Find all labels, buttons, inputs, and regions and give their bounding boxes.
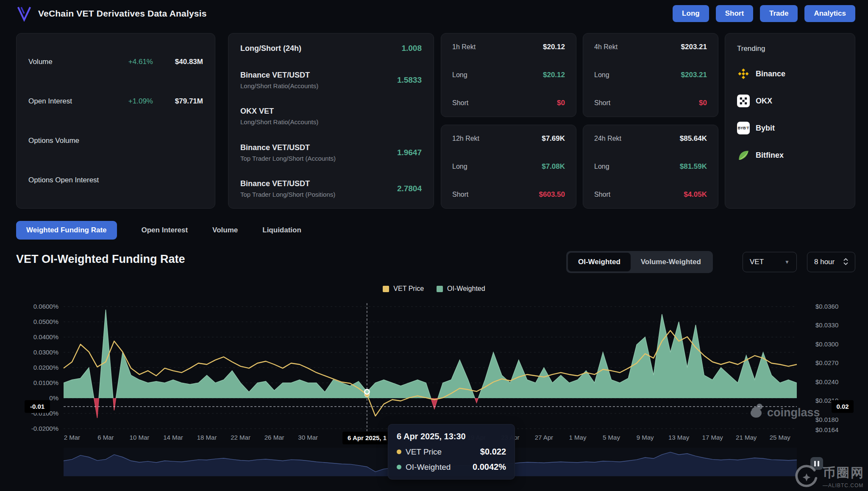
tooltip-row-funding: OI-Weighted 0.0042%	[397, 462, 506, 472]
site-watermark-text: 币圈网	[823, 464, 865, 482]
binance-top-trader-accounts-row: Binance VET/USDT Top Trader Long/Short (…	[240, 143, 422, 162]
legend-oi-weighted[interactable]: OI-Weighted	[437, 285, 485, 293]
chart-legend: VET Price OI-Weighted	[0, 285, 868, 293]
rekt-12h-card: 12h Rekt$7.69K Long$7.08K Short$603.50	[441, 125, 576, 209]
section-title: VET OI-Weighted Funding Rate	[16, 253, 185, 266]
volume-row: Volume +4.61% $40.83M	[28, 58, 203, 66]
long-button[interactable]: Long	[673, 5, 709, 22]
open-interest-value: $79.71M	[153, 97, 203, 106]
svg-text:$0.0240: $0.0240	[815, 378, 838, 385]
rekt-24h-card: 24h Rekt$85.64K Long$81.59K Short$4.05K	[583, 125, 718, 209]
vet-price-swatch	[383, 286, 389, 292]
svg-text:6 Mar: 6 Mar	[97, 434, 114, 441]
svg-text:0.0300%: 0.0300%	[33, 349, 58, 356]
rekt-4h-card: 4h Rekt$203.21 Long$203.21 Short$0	[583, 33, 718, 117]
volume-change: +4.61%	[108, 58, 153, 66]
okx-icon	[737, 95, 750, 107]
svg-text:25 May: 25 May	[770, 434, 791, 441]
svg-text:26 Mar: 26 Mar	[264, 434, 284, 441]
pair-select[interactable]: VET ▼	[743, 252, 797, 272]
svg-text:9 May: 9 May	[637, 434, 654, 441]
vechain-logo-icon	[16, 6, 32, 22]
legend-vet-price[interactable]: VET Price	[383, 285, 424, 293]
trending-item-bybit[interactable]: BYB'T Bybit	[737, 122, 843, 134]
bitfinex-icon	[737, 149, 750, 162]
oi-weighted-dot-icon	[397, 465, 401, 469]
ls-24h-label: Long/Short (24h)	[240, 44, 301, 53]
svg-text:$0.0330: $0.0330	[815, 321, 838, 329]
market-overview-card: Volume +4.61% $40.83M Open Interest +1.0…	[16, 33, 215, 209]
chart-tooltip: 6 Apr 2025, 13:30 VET Price $0.022 OI-We…	[388, 424, 515, 480]
svg-text:0.0200%: 0.0200%	[33, 364, 58, 371]
tab-weighted-funding-rate[interactable]: Weighted Funding Rate	[16, 221, 117, 240]
volume-value: $40.83M	[153, 58, 203, 66]
tooltip-row-price: VET Price $0.022	[397, 447, 506, 457]
rekt-1h-card: 1h Rekt$20.12 Long$20.12 Short$0	[441, 33, 576, 117]
oi-weighted-swatch	[437, 286, 443, 292]
svg-text:0.0500%: 0.0500%	[33, 318, 58, 325]
binance-ls-accounts-row: Binance VET/USDT Long/Short Ratio(Accoun…	[240, 71, 422, 89]
svg-text:0.0400%: 0.0400%	[33, 333, 58, 340]
trending-card: Trending Binance OKX BYB'T	[725, 33, 855, 209]
volume-label: Volume	[28, 58, 108, 66]
trending-item-binance[interactable]: Binance	[737, 67, 843, 80]
chevron-down-icon: ▼	[785, 259, 790, 265]
svg-text:6 Apr 2025, 1: 6 Apr 2025, 1	[348, 434, 387, 441]
open-interest-row: Open Interest +1.09% $79.71M	[28, 97, 203, 106]
binance-top-trader-positions-row: Binance VET/USDT Top Trader Long/Short (…	[240, 179, 422, 198]
svg-text:5 May: 5 May	[603, 434, 620, 441]
trending-item-bitfinex[interactable]: Bitfinex	[737, 149, 843, 162]
svg-text:1 May: 1 May	[569, 434, 587, 441]
site-watermark: 币圈网 —ALIBTC.COM	[795, 464, 865, 488]
ls-24h-row: Long/Short (24h) 1.008	[240, 44, 422, 53]
site-watermark-logo-icon	[795, 465, 818, 488]
open-interest-label: Open Interest	[28, 97, 108, 106]
header-actions: Long Short Trade Analytics	[673, 5, 855, 22]
binance-icon	[737, 67, 750, 80]
trade-button[interactable]: Trade	[760, 5, 798, 22]
tab-liquidation[interactable]: Liquidation	[262, 226, 301, 234]
svg-text:13 May: 13 May	[668, 434, 690, 441]
options-open-interest-label: Options Open Interest	[28, 176, 203, 184]
svg-text:18 Mar: 18 Mar	[197, 434, 217, 441]
toggle-oi-weighted[interactable]: OI-Weighted	[568, 253, 631, 271]
trending-item-okx[interactable]: OKX	[737, 95, 843, 107]
trending-title: Trending	[737, 45, 843, 53]
svg-text:-0.01: -0.01	[30, 403, 45, 410]
svg-text:27 Apr: 27 Apr	[535, 434, 553, 441]
short-button[interactable]: Short	[716, 5, 753, 22]
svg-text:$0.0270: $0.0270	[815, 359, 838, 366]
page-title: VeChain VET Derivatives Data Analysis	[38, 8, 207, 19]
svg-text:-0.0200%: -0.0200%	[31, 425, 58, 432]
bybit-icon: BYB'T	[737, 122, 750, 134]
svg-text:30 Mar: 30 Mar	[298, 434, 318, 441]
ls-24h-value: 1.008	[401, 44, 422, 53]
interval-select[interactable]: 8 hour	[807, 252, 855, 272]
svg-text:21 May: 21 May	[736, 434, 757, 441]
svg-text:coinglass: coinglass	[767, 406, 820, 419]
updown-spinner-icon	[843, 257, 848, 267]
options-volume-label: Options Volume	[28, 137, 203, 145]
tab-open-interest[interactable]: Open Interest	[142, 226, 188, 234]
weighting-toggle: OI-Weighted Volume-Weighted	[566, 251, 713, 273]
site-watermark-url: —ALIBTC.COM	[823, 483, 863, 488]
svg-text:10 Mar: 10 Mar	[130, 434, 150, 441]
long-short-card: Long/Short (24h) 1.008 Binance VET/USDT …	[228, 33, 434, 209]
svg-text:$0.0164: $0.0164	[815, 426, 838, 433]
tab-volume[interactable]: Volume	[212, 226, 238, 234]
chart-tabs: Weighted Funding Rate Open Interest Volu…	[16, 220, 301, 241]
options-volume-row: Options Volume	[28, 137, 203, 145]
svg-text:2 Mar: 2 Mar	[64, 434, 80, 441]
svg-text:0.02: 0.02	[836, 403, 849, 410]
svg-text:22 Mar: 22 Mar	[231, 434, 250, 441]
toggle-volume-weighted[interactable]: Volume-Weighted	[631, 253, 711, 271]
okx-ls-accounts-row: OKX VET Long/Short Ratio(Accounts)	[240, 107, 422, 126]
vet-price-dot-icon	[397, 449, 401, 454]
svg-text:17 May: 17 May	[702, 434, 723, 441]
app-header: VeChain VET Derivatives Data Analysis Lo…	[0, 0, 868, 27]
svg-text:0%: 0%	[49, 394, 58, 402]
options-open-interest-row: Options Open Interest	[28, 176, 203, 184]
analytics-button[interactable]: Analytics	[804, 5, 855, 22]
svg-text:0.0600%: 0.0600%	[33, 303, 58, 310]
svg-text:14 Mar: 14 Mar	[163, 434, 183, 441]
